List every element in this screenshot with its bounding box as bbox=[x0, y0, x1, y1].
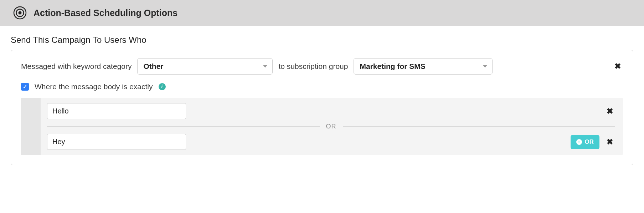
section-label: Send This Campaign To Users Who bbox=[11, 35, 633, 45]
svg-point-2 bbox=[19, 11, 22, 15]
conditions-gutter bbox=[21, 98, 41, 155]
keyword-category-value: Other bbox=[143, 62, 163, 71]
remove-condition-button[interactable]: ✖ bbox=[604, 105, 615, 118]
message-body-checkbox[interactable]: ✓ bbox=[21, 83, 29, 91]
message-body-label: Where the message body is exactly bbox=[35, 82, 153, 91]
condition-row: + OR ✖ bbox=[47, 134, 615, 150]
plus-circle-icon: + bbox=[576, 139, 582, 145]
conditions-container: ✖ OR + OR ✖ bbox=[21, 98, 623, 155]
add-or-label: OR bbox=[585, 138, 594, 146]
keyword-category-select[interactable]: Other bbox=[137, 58, 273, 75]
subscription-group-value: Marketing for SMS bbox=[360, 62, 425, 71]
trigger-row: Messaged with keyword category Other to … bbox=[21, 58, 623, 75]
message-body-input[interactable] bbox=[47, 134, 186, 150]
chevron-down-icon bbox=[483, 65, 487, 68]
panel-title: Action-Based Scheduling Options bbox=[34, 8, 177, 18]
trigger-middle-text: to subscription group bbox=[278, 62, 348, 71]
or-divider: OR bbox=[47, 123, 615, 130]
target-icon bbox=[13, 6, 27, 20]
panel-header: Action-Based Scheduling Options bbox=[0, 0, 644, 26]
or-divider-label: OR bbox=[326, 123, 336, 130]
subscription-group-select[interactable]: Marketing for SMS bbox=[354, 58, 493, 75]
remove-condition-button[interactable]: ✖ bbox=[604, 135, 615, 149]
trigger-prefix-text: Messaged with keyword category bbox=[21, 62, 132, 71]
message-body-row: ✓ Where the message body is exactly i bbox=[21, 82, 623, 91]
add-or-button[interactable]: + OR bbox=[571, 135, 600, 149]
info-icon[interactable]: i bbox=[159, 83, 166, 90]
remove-trigger-button[interactable]: ✖ bbox=[612, 60, 623, 73]
trigger-rule-box: Messaged with keyword category Other to … bbox=[11, 50, 633, 165]
message-body-input[interactable] bbox=[47, 103, 186, 119]
chevron-down-icon bbox=[263, 65, 267, 68]
condition-row: ✖ bbox=[47, 103, 615, 119]
